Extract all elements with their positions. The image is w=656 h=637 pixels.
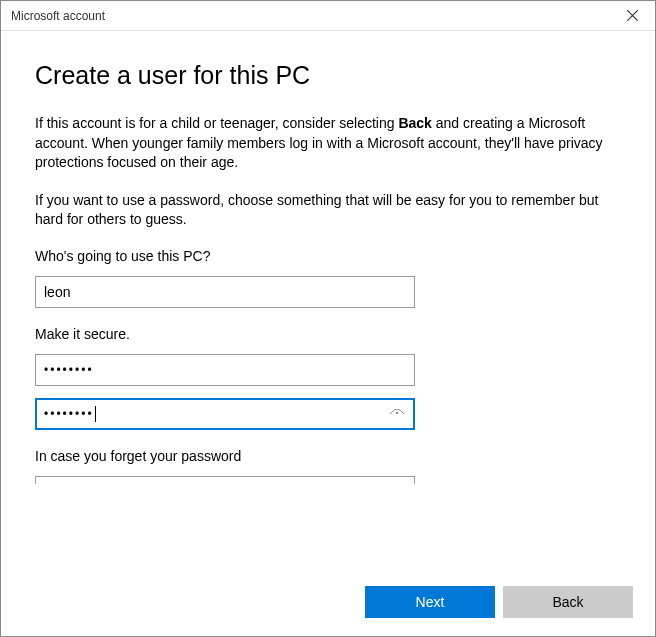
intro-paragraph-2: If you want to use a password, choose so…: [35, 191, 615, 230]
forgot-label: In case you forget your password: [35, 448, 621, 464]
close-button[interactable]: [610, 1, 655, 31]
window-title: Microsoft account: [11, 9, 105, 23]
username-input[interactable]: [44, 284, 406, 300]
text: If this account is for a child or teenag…: [35, 115, 398, 131]
close-icon: [627, 10, 638, 21]
bold-back: Back: [398, 115, 431, 131]
intro-paragraph-1: If this account is for a child or teenag…: [35, 114, 615, 173]
page-title: Create a user for this PC: [35, 61, 621, 90]
svg-point-0: [396, 412, 398, 414]
reveal-password-icon[interactable]: [389, 406, 405, 422]
next-button[interactable]: Next: [365, 586, 495, 618]
back-button[interactable]: Back: [503, 586, 633, 618]
confirm-password-field[interactable]: ••••••••: [35, 398, 415, 430]
confirm-password-value: ••••••••: [44, 407, 94, 421]
username-label: Who's going to use this PC?: [35, 248, 621, 264]
text-cursor: [95, 406, 96, 422]
username-field[interactable]: [35, 276, 415, 308]
password-value: ••••••••: [44, 363, 94, 377]
hint-field-partial[interactable]: [35, 476, 415, 484]
main-content: Create a user for this PC If this accoun…: [1, 31, 655, 484]
secure-label: Make it secure.: [35, 326, 621, 342]
password-field[interactable]: ••••••••: [35, 354, 415, 386]
footer-buttons: Next Back: [365, 586, 633, 618]
titlebar: Microsoft account: [1, 1, 655, 31]
